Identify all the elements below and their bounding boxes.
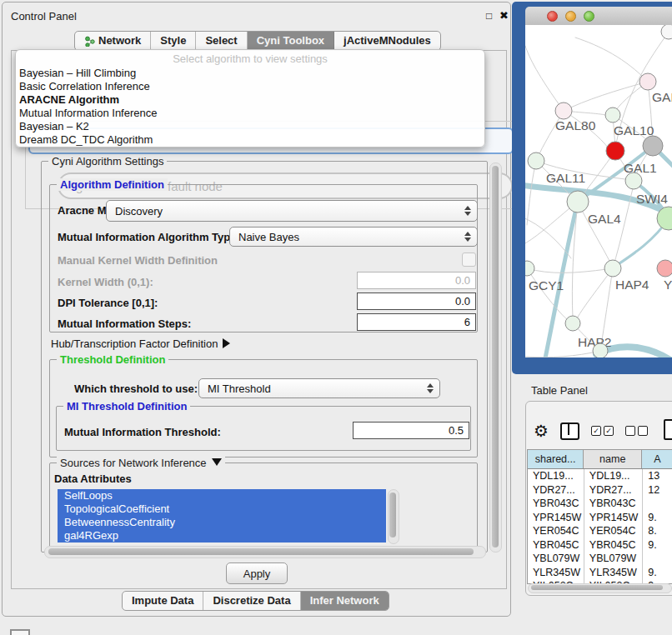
network-edge[interactable] <box>577 268 613 318</box>
table-cell[interactable]: YBL079W <box>584 552 643 566</box>
network-node-y[interactable] <box>657 260 672 277</box>
network-edge[interactable] <box>525 217 571 258</box>
network-node-gal10[interactable] <box>605 108 620 122</box>
table-cell[interactable]: 9. <box>643 566 672 580</box>
table-row[interactable]: YPR145WYPR145W9. <box>528 511 672 525</box>
bottom-tab-infer-network[interactable]: Infer Network <box>301 592 389 610</box>
table-row[interactable]: YBL079WYBL079W <box>528 552 672 566</box>
network-node-swi4[interactable] <box>625 172 642 189</box>
dropdown-item[interactable]: ARACNE Algorithm <box>16 93 484 107</box>
close-panel-icon[interactable]: ✖ <box>499 9 509 22</box>
apply-button[interactable]: Apply <box>226 562 288 584</box>
attribute-list-item[interactable]: SelfLoops <box>58 489 386 502</box>
hub-definition-expander[interactable]: Hub/Transcription Factor Definition <box>51 338 230 350</box>
table-cell[interactable]: YBL079W <box>528 552 584 566</box>
table-column-header[interactable]: shared... <box>528 450 584 468</box>
float-window-icon[interactable]: □ <box>486 10 492 22</box>
unchecked-pair-icon[interactable] <box>625 426 648 436</box>
network-node-gal80[interactable] <box>555 102 572 119</box>
network-edge[interactable] <box>527 161 536 225</box>
dropdown-item[interactable]: Basic Correlation Inference <box>16 80 484 93</box>
table-cell[interactable]: 12 <box>643 483 672 498</box>
network-node[interactable] <box>661 25 672 39</box>
table-cell[interactable]: YPR145W <box>584 511 643 525</box>
table-row[interactable]: YDR27...YDR27...12 <box>528 483 672 498</box>
table-cell[interactable]: YLR345W <box>584 566 643 580</box>
minimize-traffic-light-icon[interactable] <box>565 11 576 22</box>
bottom-tab-impute-data[interactable]: Impute Data <box>123 592 203 610</box>
network-node-gcy1[interactable] <box>525 261 534 276</box>
table-cell[interactable]: 9. <box>643 511 672 525</box>
network-window-titlebar[interactable] <box>525 7 672 26</box>
network-edge[interactable] <box>525 351 600 358</box>
bottom-tab-discretize-data[interactable]: Discretize Data <box>203 592 300 610</box>
checked-pair-icon[interactable]: ✓✓ <box>591 426 614 436</box>
mi-type-combo[interactable]: Naive Bayes <box>229 227 478 247</box>
tab-jactivemnodules[interactable]: jActiveMNodules <box>334 32 440 50</box>
attribute-list-item[interactable]: gal4RGexp <box>58 529 386 542</box>
table-column-header[interactable]: name <box>584 450 642 468</box>
table-row[interactable]: YBR043CYBR043C <box>528 497 672 511</box>
which-threshold-combo[interactable]: MI Threshold <box>198 378 440 398</box>
table-cell[interactable]: 13 <box>643 469 672 483</box>
network-node-gal4[interactable] <box>567 191 589 212</box>
document-icon[interactable] <box>664 419 672 440</box>
tab-network[interactable]: Network <box>75 32 151 50</box>
tab-style[interactable]: Style <box>151 32 196 50</box>
manual-kernel-checkbox[interactable] <box>462 252 476 267</box>
gear-icon[interactable]: ⚙ <box>534 422 549 439</box>
network-node-hap4[interactable] <box>604 260 621 277</box>
attribute-list-item[interactable]: TopologicalCoefficient <box>58 502 386 516</box>
network-canvas[interactable]: GALGAL80GAL10GAL1GAL11SWI4GAL4GCY1HAP4YH… <box>525 25 672 358</box>
table-cell[interactable]: YBR045C <box>584 538 643 552</box>
attribute-list-scrollbar[interactable] <box>388 489 399 544</box>
table-cell[interactable]: YER054C <box>584 524 643 538</box>
columns-icon[interactable] <box>560 422 579 440</box>
dropdown-item[interactable]: Dream8 DC_TDC Algorithm <box>16 133 484 147</box>
table-cell[interactable]: YDR27... <box>584 483 643 498</box>
network-node-hap2[interactable] <box>565 316 580 331</box>
table-cell[interactable]: YBR043C <box>528 497 584 511</box>
table-cell[interactable] <box>643 552 672 566</box>
network-node[interactable] <box>593 343 608 358</box>
table-cell[interactable]: 9. <box>643 538 672 552</box>
mi-threshold-field[interactable]: 0.5 <box>353 422 469 439</box>
table-row[interactable]: YDL19...YDL19...13 <box>528 469 672 483</box>
table-cell[interactable]: YBR045C <box>528 538 584 552</box>
sources-group-title[interactable]: Sources for Network Inference <box>57 457 225 469</box>
network-edge[interactable] <box>527 268 607 272</box>
table-cell[interactable]: YBR043C <box>584 497 643 511</box>
network-node-gal[interactable] <box>639 73 656 90</box>
aracne-mode-combo[interactable]: Discovery <box>106 200 478 222</box>
dropdown-item[interactable]: Bayesian – Hill Climbing <box>16 67 484 80</box>
table-cell[interactable]: YPR145W <box>528 511 584 525</box>
close-traffic-light-icon[interactable] <box>547 11 558 22</box>
dpi-tolerance-field[interactable]: 0.0 <box>357 292 476 310</box>
table-cell[interactable]: 8. <box>643 524 672 538</box>
kernel-width-field[interactable]: 0.0 <box>357 272 476 289</box>
table-row[interactable]: YBR045CYBR045C9. <box>528 538 672 552</box>
table-cell[interactable]: YDL19... <box>528 469 584 483</box>
table-cell[interactable]: YDL19... <box>584 469 643 483</box>
attribute-list-item[interactable]: BetweennessCentrality <box>58 516 386 529</box>
table-row[interactable]: YER054CYER054C8. <box>528 524 672 538</box>
network-edge[interactable] <box>601 268 613 345</box>
tab-cyni-toolbox[interactable]: Cyni Toolbox <box>248 32 334 50</box>
network-edge[interactable] <box>525 46 564 111</box>
settings-hscrollbar[interactable] <box>44 546 486 558</box>
minimized-panel-icon[interactable] <box>10 629 30 635</box>
zoom-traffic-light-icon[interactable] <box>584 11 594 22</box>
table-column-header[interactable]: A <box>642 450 672 468</box>
settings-vscrollbar[interactable] <box>489 162 502 552</box>
dropdown-item[interactable]: Mutual Information Inference <box>16 107 484 120</box>
table-cell[interactable]: YLR345W <box>528 566 584 580</box>
table-hscrollbar[interactable] <box>528 583 672 593</box>
tab-select[interactable]: Select <box>196 32 247 50</box>
table-row[interactable]: YLR345WYLR345W9. <box>528 566 672 580</box>
mi-steps-field[interactable]: 6 <box>357 313 476 331</box>
network-node-gal11[interactable] <box>528 152 544 169</box>
table-cell[interactable] <box>643 497 672 511</box>
table-cell[interactable]: YER054C <box>528 524 584 538</box>
network-node[interactable] <box>643 136 663 156</box>
network-edge[interactable] <box>575 38 648 82</box>
